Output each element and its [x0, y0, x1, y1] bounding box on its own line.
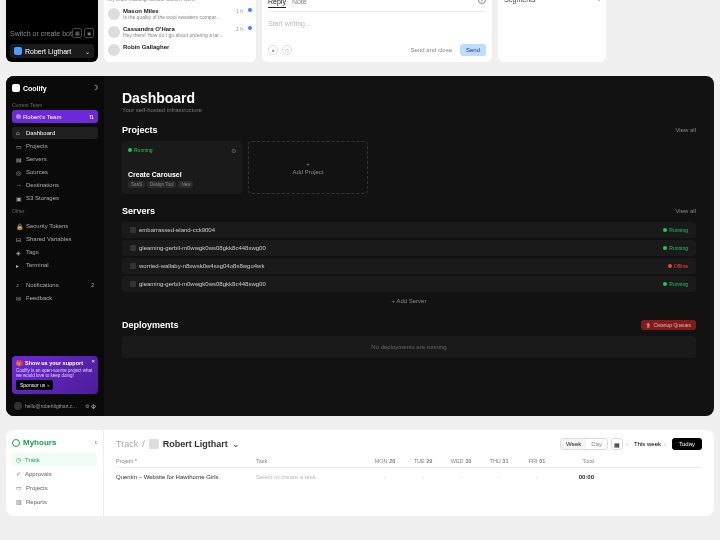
- avatar-icon: [108, 26, 120, 38]
- server-row[interactable]: embarrassed-eland-cck9004Running: [122, 222, 696, 238]
- period-label[interactable]: This week: [634, 441, 661, 447]
- table-row[interactable]: Quentin – Website for Hawthorne Girls Se…: [116, 468, 702, 486]
- status-dot-icon: [663, 228, 667, 232]
- settings-icon[interactable]: ⚙: [85, 403, 89, 409]
- nav-projects[interactable]: ▭Projects: [12, 481, 97, 494]
- myhours-app: Myhours ‹ ◷Track ✓Approvals ▭Projects ▥R…: [6, 430, 714, 516]
- chart-icon: ▥: [16, 498, 22, 505]
- reply-panel: Reply Note ? Start writing... ● ◇ Send a…: [262, 0, 492, 62]
- nav-reports[interactable]: ▥Reports: [12, 495, 97, 508]
- prev-icon[interactable]: ‹: [626, 441, 631, 447]
- cell-day[interactable]: -: [518, 474, 556, 480]
- nav-dashboard[interactable]: ⌂Dashboard: [12, 127, 98, 139]
- badge: 2: [91, 282, 94, 288]
- status-dot-icon: [128, 148, 132, 152]
- unread-dot-icon: [248, 8, 252, 12]
- trash-icon: 🗑: [646, 322, 651, 328]
- project-card[interactable]: Running ⚙ Create Carousel SaaS Design To…: [122, 141, 242, 194]
- sponsor-button[interactable]: Sponsor us›: [16, 380, 53, 390]
- status-badge: Running: [663, 281, 688, 287]
- view-week[interactable]: Week: [561, 439, 586, 449]
- user-name: Robert Ligthart: [25, 48, 71, 55]
- nav-track[interactable]: ◷Track: [12, 453, 97, 466]
- nav-s3[interactable]: ▣S3 Storages: [12, 192, 98, 204]
- cell-day[interactable]: -: [404, 474, 442, 480]
- tab-note[interactable]: Note: [292, 0, 307, 8]
- other-label: Other: [12, 208, 98, 214]
- nav-terminal[interactable]: ▸Terminal: [12, 259, 98, 271]
- tag: Design Tool: [147, 181, 176, 188]
- chat-item[interactable]: Cassandra O'Hara Hey there! How do I go …: [108, 24, 252, 40]
- next-icon[interactable]: ›: [664, 441, 669, 447]
- logout-icon[interactable]: ⏻: [91, 403, 96, 409]
- team-name: Robert's Team: [23, 114, 61, 120]
- nav-shared[interactable]: ⊟Shared Variables: [12, 233, 98, 245]
- chevron-down-icon[interactable]: ⌄: [232, 439, 240, 449]
- breadcrumb-section[interactable]: Track: [116, 439, 138, 449]
- send-close-button[interactable]: Send and close: [411, 47, 452, 53]
- view-day[interactable]: Day: [586, 439, 607, 449]
- folder-icon: ▭: [16, 484, 22, 491]
- gift-icon: 🎁: [16, 360, 23, 366]
- today-button[interactable]: Today: [672, 438, 702, 450]
- add-project-button[interactable]: + Add Project: [248, 141, 368, 194]
- terminal-icon: ▸: [16, 262, 22, 268]
- nav-projects[interactable]: ▭Projects: [12, 140, 98, 152]
- add-server-button[interactable]: + Add Server: [122, 294, 696, 308]
- view-all-link[interactable]: View all: [675, 127, 696, 133]
- nav-tokens[interactable]: 🔒Security Tokens: [12, 220, 98, 232]
- nav-destinations[interactable]: →Destinations: [12, 179, 98, 191]
- segments-panel[interactable]: Segments ‹: [498, 0, 606, 62]
- cell-day[interactable]: -: [366, 474, 404, 480]
- server-row[interactable]: worried-wallaby-n8swsk0w4ssg04o8s8wgo4wk…: [122, 258, 696, 274]
- logo[interactable]: Coolify ☽: [12, 82, 98, 98]
- nav-tags[interactable]: ◈Tags: [12, 246, 98, 258]
- collapse-icon[interactable]: ‹: [95, 439, 97, 446]
- chat-item[interactable]: My order tracking number doesn't work?: [108, 0, 252, 4]
- nav-feedback[interactable]: ✉Feedback: [12, 292, 98, 304]
- person-icon[interactable]: ◉: [84, 28, 94, 38]
- moon-icon[interactable]: ☽: [92, 84, 98, 92]
- cell-day[interactable]: -: [442, 474, 480, 480]
- grid-icon[interactable]: ▦: [72, 28, 82, 38]
- view-toggle: Week Day: [560, 438, 608, 450]
- th-day: THU 31: [480, 458, 518, 464]
- reply-input[interactable]: Start writing...: [268, 12, 486, 41]
- nav-sources[interactable]: ◎Sources: [12, 166, 98, 178]
- breadcrumb-user[interactable]: Robert Ligthart: [163, 439, 228, 449]
- current-user-chip[interactable]: Robert Ligthart ⌄: [10, 44, 94, 58]
- avatar-icon: [14, 47, 22, 55]
- help-icon[interactable]: ?: [478, 0, 486, 4]
- server-row[interactable]: gleaming-gerbil-m0wwgk0ws08gkk8c448swg00…: [122, 276, 696, 292]
- th-total: Total: [556, 458, 594, 464]
- close-icon[interactable]: ×: [91, 358, 95, 364]
- breadcrumb: Track / Robert Ligthart ⌄: [116, 439, 240, 449]
- nav-notifications[interactable]: ♪Notifications2: [12, 279, 98, 291]
- cell-task[interactable]: Select or create a task...: [256, 474, 366, 480]
- tab-reply[interactable]: Reply: [268, 0, 286, 8]
- tag-icon: ◈: [16, 249, 22, 255]
- gear-icon[interactable]: ⚙: [231, 147, 236, 154]
- status-badge: Running: [128, 147, 236, 153]
- server-row[interactable]: gleaming-gerbil-m0wwgk0ws08gkk8c448swg00…: [122, 240, 696, 256]
- calendar-icon[interactable]: ▦: [611, 438, 623, 450]
- cell-day[interactable]: -: [480, 474, 518, 480]
- send-button[interactable]: Send: [460, 44, 486, 56]
- cell-project[interactable]: Quentin – Website for Hawthorne Girls: [116, 474, 256, 480]
- server-icon: [130, 227, 136, 233]
- cleanup-button[interactable]: 🗑Cleanup Queues: [641, 320, 696, 330]
- chat-item[interactable]: Robin Gallagher: [108, 42, 252, 58]
- chat-item[interactable]: Mason Miles Is the quality of the wool s…: [108, 6, 252, 22]
- view-all-link[interactable]: View all: [675, 208, 696, 214]
- logo[interactable]: Myhours ‹: [12, 438, 97, 447]
- user-footer[interactable]: hello@robertligthart.c... ⚙⏻: [12, 398, 98, 410]
- nav-servers[interactable]: ▤Servers: [12, 153, 98, 165]
- team-selector[interactable]: Robert's Team ⇅: [12, 110, 98, 123]
- clock-icon: ◷: [16, 456, 21, 463]
- bookmark-icon[interactable]: ◇: [282, 45, 292, 55]
- tag: New: [178, 181, 193, 188]
- nav-approvals[interactable]: ✓Approvals: [12, 467, 97, 480]
- voice-icon[interactable]: ●: [268, 45, 278, 55]
- cell-total: 00:00: [556, 474, 594, 480]
- bot-switcher-panel: Switch or create bot ▦ ◉ Robert Ligthart…: [6, 0, 98, 62]
